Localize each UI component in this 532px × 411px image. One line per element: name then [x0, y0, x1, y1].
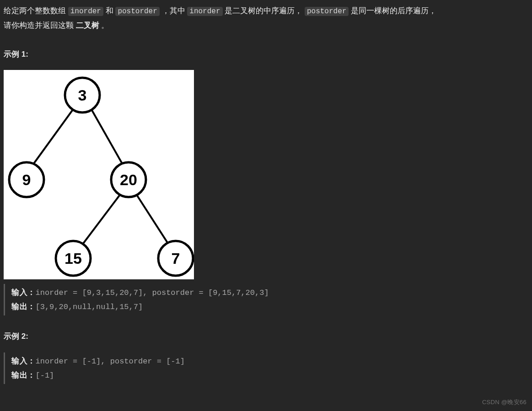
- output-label: 输出：: [11, 371, 36, 379]
- desc-text: 和: [103, 6, 115, 15]
- tree-node-right-left: 15: [64, 250, 82, 267]
- input-value: inorder = [9,3,15,20,7], postorder = [9,…: [36, 288, 269, 297]
- input-value: inorder = [-1], postorder = [-1]: [36, 357, 185, 366]
- output-value: [-1]: [36, 371, 54, 380]
- code-postorder: postorder: [115, 7, 159, 16]
- code-inorder: inorder: [187, 7, 222, 16]
- code-postorder: postorder: [305, 7, 349, 16]
- example-2-io: 输入：inorder = [-1], postorder = [-1] 输出：[…: [4, 352, 528, 384]
- desc-text: ，其中: [160, 6, 187, 15]
- input-label: 输入：: [11, 357, 36, 365]
- desc-text: 请你构造并返回这颗: [4, 21, 76, 30]
- tree-node-right: 20: [120, 171, 137, 188]
- desc-text: 是二叉树的中序遍历，: [223, 6, 305, 15]
- tree-node-right-right: 7: [172, 250, 180, 267]
- example-1-io: 输入：inorder = [9,3,15,20,7], postorder = …: [4, 284, 528, 316]
- example-1-title: 示例 1:: [4, 47, 528, 62]
- output-value: [3,9,20,null,null,15,7]: [36, 303, 143, 311]
- example-2-input: 输入：inorder = [-1], postorder = [-1]: [11, 354, 528, 368]
- desc-text: 。: [99, 21, 109, 30]
- desc-text: 给定两个整数数组: [4, 6, 68, 15]
- input-label: 输入：: [11, 288, 36, 297]
- example-2-output: 输出：[-1]: [11, 368, 528, 383]
- emphasis-tree: 二叉树: [76, 21, 99, 30]
- example-1-output: 输出：[3,9,20,null,null,15,7]: [11, 300, 528, 314]
- problem-description: 给定两个整数数组 inorder 和 postorder ，其中 inorder…: [4, 4, 528, 33]
- code-inorder: inorder: [68, 7, 103, 16]
- example-1-input: 输入：inorder = [9,3,15,20,7], postorder = …: [11, 286, 528, 300]
- tree-node-root: 3: [78, 86, 87, 104]
- tree-diagram: 3 9 20 15 7: [4, 70, 194, 279]
- desc-text: 是同一棵树的后序遍历，: [349, 6, 436, 15]
- desc-line-1: 给定两个整数数组 inorder 和 postorder ，其中 inorder…: [4, 4, 528, 18]
- desc-line-2: 请你构造并返回这颗 二叉树 。: [4, 18, 528, 33]
- example-2-title: 示例 2:: [4, 329, 528, 344]
- output-label: 输出：: [11, 302, 36, 311]
- tree-node-left: 9: [22, 171, 31, 188]
